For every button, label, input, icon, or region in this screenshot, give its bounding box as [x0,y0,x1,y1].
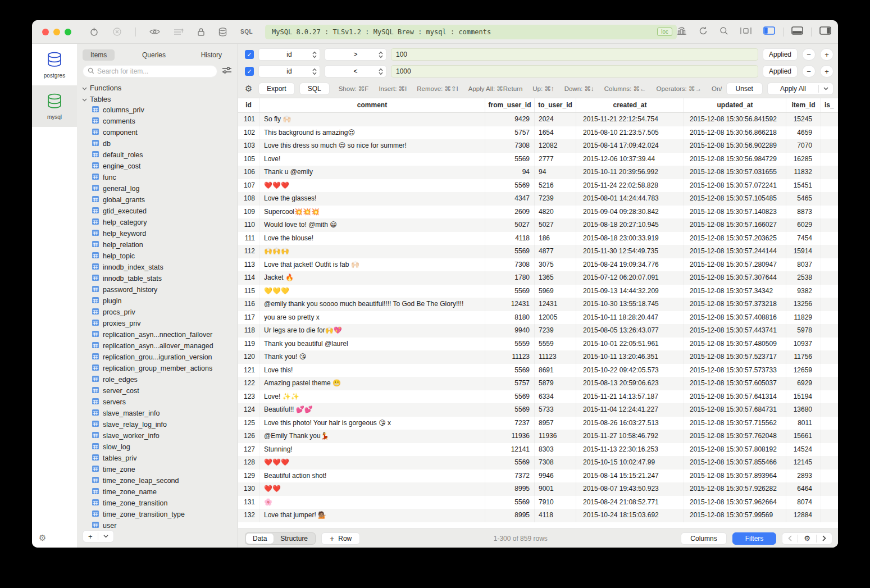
table-row[interactable]: 115 💛💛💛 5569 5969 2015-09-13 14:44:32.20… [238,285,838,298]
cell-from-user-id[interactable]: 8995 [485,509,535,522]
cell-comment[interactable]: Love the blouse! [259,232,485,245]
cell-updated-at[interactable]: 2015-12-08 15:30:57.140823 [684,206,786,219]
cell-item-id[interactable]: 13680 [786,403,821,417]
cell-id[interactable]: 120 [238,350,259,364]
cell-comment[interactable]: Would love to! @mith 😁 [259,218,485,232]
cell-created-at[interactable]: 2015-08-01 14:24:44.783 [576,192,684,206]
cell-comment[interactable]: Love that jacket! Outfit is fab 🙌🏻 [259,258,485,272]
plus-icon[interactable]: + [83,532,98,541]
cell-created-at[interactable]: 2015-12-06 10:37:39.44 [576,153,684,166]
cell-updated-at[interactable]: 2015-12-08 15:30:56.841592 [684,113,786,126]
cell-id[interactable]: 114 [238,271,259,285]
cell-comment[interactable]: Jacket 🔥 [259,271,485,285]
cell-created-at[interactable]: 2015-08-14 17:09:42.024 [576,139,684,153]
cell-from-user-id[interactable]: 4118 [485,232,535,245]
cell-item-id[interactable]: 13256 [786,298,821,311]
cell-is[interactable] [821,482,838,496]
cell-to-user-id[interactable]: 11936 [535,430,576,443]
tab-history[interactable]: History [193,49,230,61]
sidebar-search[interactable] [83,65,217,78]
cell-from-user-id[interactable]: 8180 [485,311,535,325]
filter-enabled-checkbox[interactable]: ✓ [245,67,254,76]
table-row[interactable]: 122 Amazing pastel theme 😬 5757 5879 201… [238,377,838,390]
cell-is[interactable] [821,338,838,351]
cell-comment[interactable]: So fly 🙌🏻 [259,113,485,126]
sidebar-table-item[interactable]: engine_cost [77,161,238,172]
sidebar-table-item[interactable]: procs_priv [77,307,238,318]
cell-to-user-id[interactable]: 3075 [535,258,576,272]
cell-comment[interactable]: Supercool💥💥💥 [259,206,485,219]
settings-gear-icon[interactable]: ⚙ [39,533,46,543]
cell-updated-at[interactable]: 2015-12-08 15:30:57.408816 [684,311,786,325]
cell-is[interactable] [821,430,838,443]
cell-updated-at[interactable]: 2015-12-08 15:30:57.072241 [684,179,786,193]
table-row[interactable]: 132 Love that jumper! 💁🏽 8995 4118 2015-… [238,509,838,522]
cell-is[interactable] [821,166,838,179]
table-row[interactable]: 102 This background is amazing😍 5757 165… [238,126,838,140]
sidebar-table-item[interactable]: help_topic [77,250,238,262]
cell-id[interactable]: 124 [238,403,259,417]
cell-updated-at[interactable]: 2015-12-08 15:30:57.99569 [684,509,786,522]
sidebar-table-item[interactable]: replication_group_member_actions [77,363,238,374]
database-icon[interactable] [218,28,227,37]
cell-to-user-id[interactable]: 4118 [535,509,576,522]
table-row[interactable]: 101 So fly 🙌🏻 9429 2024 2015-11-21 22:12… [238,113,838,126]
toggle-bottom-panel-icon[interactable] [791,26,803,37]
cell-id[interactable]: 132 [238,509,259,522]
cell-item-id[interactable]: 6929 [786,377,821,390]
cell-id[interactable]: 118 [238,324,259,338]
table-row[interactable]: 109 Supercool💥💥💥 2609 4820 2015-09-04 09… [238,206,838,219]
connection-icon[interactable] [89,27,99,37]
cell-item-id[interactable]: 15451 [786,179,821,193]
sidebar-table-item[interactable]: replication_asyn...nnection_failover [77,329,238,340]
tab-data[interactable]: Data [246,534,274,544]
cell-is[interactable] [821,192,838,206]
cell-to-user-id[interactable]: 9001 [535,482,576,496]
cell-comment[interactable]: ❤️❤️ [259,482,485,496]
sidebar-table-item[interactable]: time_zone_leap_second [77,475,238,486]
cell-updated-at[interactable]: 2015-12-08 15:30:57.443741 [684,324,786,338]
cell-from-user-id[interactable]: 5569 [485,364,535,377]
column-header[interactable]: is_ [821,98,838,112]
cell-item-id[interactable]: 12659 [786,364,821,377]
cell-updated-at[interactable]: 2015-12-08 15:30:57.307644 [684,271,786,285]
cell-comment[interactable]: Love the glasses! [259,192,485,206]
cell-created-at[interactable]: 2015-10-11 20:39:56.992 [576,166,684,179]
chevron-down-icon[interactable] [98,535,113,538]
page-settings-gear-icon[interactable]: ⚙ [798,534,816,543]
cell-item-id[interactable]: 12145 [786,456,821,470]
sidebar-table-item[interactable]: help_keyword [77,228,238,239]
cell-to-user-id[interactable]: 12082 [535,139,576,153]
cell-created-at[interactable]: 2015-08-26 16:03:27.513 [576,417,684,430]
cell-id[interactable]: 126 [238,430,259,443]
cell-item-id[interactable]: 8873 [786,206,821,219]
sidebar-table-item[interactable]: time_zone_transition_type [77,509,238,520]
cell-comment[interactable]: ❤️❤️❤️ [259,179,485,193]
connection-postgres[interactable]: postgres [32,44,77,85]
cell-created-at[interactable]: 2015-10-24 18:15:03.692 [576,509,684,522]
column-header[interactable]: comment [259,98,485,112]
cell-from-user-id[interactable]: 12431 [485,298,535,311]
next-page-icon[interactable] [817,535,832,541]
cell-to-user-id[interactable]: 5733 [535,403,576,417]
cell-from-user-id[interactable]: 5569 [485,403,535,417]
table-row[interactable]: 125 Love this photo! Your hair is gorgeo… [238,417,838,430]
tree-section-tables[interactable]: Tables [77,93,238,104]
cell-is[interactable] [821,456,838,470]
cell-item-id[interactable]: 15245 [786,113,821,126]
cell-id[interactable]: 105 [238,153,259,166]
cell-updated-at[interactable]: 2015-12-08 15:30:57.105485 [684,192,786,206]
table-row[interactable]: 120 Thank you! 😘 11123 11123 2015-10-11 … [238,350,838,364]
cell-id[interactable]: 131 [238,496,259,509]
cell-id[interactable]: 119 [238,338,259,351]
cell-updated-at[interactable]: 2015-12-08 15:30:57.715562 [684,417,786,430]
cell-is[interactable] [821,139,838,153]
cell-item-id[interactable]: 2893 [786,470,821,483]
cell-created-at[interactable]: 2015-08-05 13:26:43.077 [576,324,684,338]
cell-created-at[interactable]: 2015-11-30 12:54:49.735 [576,245,684,258]
sidebar-table-item[interactable]: slave_master_info [77,408,238,419]
cell-is[interactable] [821,390,838,404]
cell-updated-at[interactable]: 2015-12-08 15:30:57.34342 [684,285,786,298]
add-filter-button[interactable]: + [820,65,833,78]
cell-item-id[interactable]: 7070 [786,139,821,153]
